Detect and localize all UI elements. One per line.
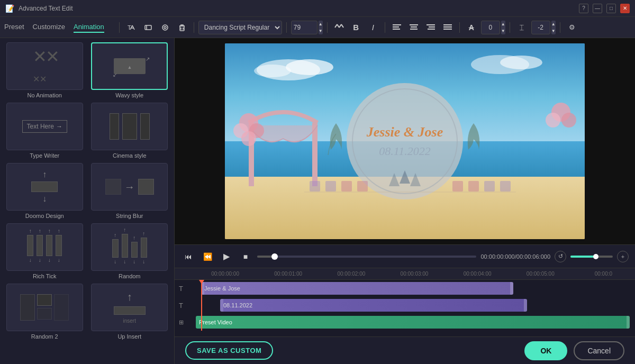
stop-button[interactable]: ■ — [238, 249, 253, 264]
line-height-input[interactable] — [531, 21, 550, 34]
anim-thumb-string-blur: → — [91, 163, 168, 211]
anim-thumb-no-animation: ✕ ✕✕ ✕ — [6, 42, 83, 90]
toolbar-separator-2 — [194, 22, 194, 33]
anim-item-type-writer[interactable]: Text Here→ Type Writer — [4, 103, 85, 159]
align-right-button[interactable] — [423, 20, 438, 35]
font-select[interactable]: Dancing Script Regular — [198, 21, 282, 34]
toolbar-separator-6 — [459, 22, 460, 33]
stroke-button[interactable] — [332, 20, 347, 35]
line-height-down[interactable]: ▼ — [551, 28, 556, 34]
ruler-mark-3: 00:00:03:00 — [383, 271, 446, 277]
svg-rect-1 — [145, 25, 151, 30]
anim-item-no-animation[interactable]: ✕ ✕✕ ✕ No Animation — [4, 42, 85, 98]
text-style-button[interactable] — [158, 20, 173, 35]
close-button[interactable]: ✕ — [620, 4, 630, 13]
kerning-down[interactable]: ▼ — [501, 28, 505, 34]
tab-customize[interactable]: Customize — [33, 22, 65, 33]
anim-thumb-random-2 — [6, 284, 83, 331]
svg-rect-14 — [393, 29, 400, 30]
timeline-ruler: 00:00:00:00 00:00:01:00 00:00:02:00 00:0… — [175, 268, 635, 280]
anim-item-wavy-style[interactable]: ▲ ↗ ↙ Wavy style — [89, 42, 170, 98]
timeline-clip-video[interactable]: Preset Video — [196, 316, 630, 329]
animation-panel: ✕ ✕✕ ✕ No Animation ▲ ↗ ↙ Wavy style — [0, 38, 175, 364]
anim-item-string-blur[interactable]: → String Blur — [89, 163, 170, 219]
anim-item-rich-tick[interactable]: ↑ ↓ ↑ ↓ ↑ ↓ — [4, 223, 85, 279]
align-justify-button[interactable] — [440, 20, 455, 35]
font-size-down[interactable]: ▼ — [319, 28, 323, 34]
help-button[interactable]: ? — [579, 4, 588, 13]
clip-handle-right-video[interactable] — [627, 316, 630, 329]
svg-rect-23 — [443, 29, 452, 30]
save-as-custom-button[interactable]: SAVE AS CUSTOM — [185, 341, 273, 360]
toolbar-separator-8 — [560, 22, 560, 33]
tab-preset[interactable]: Preset — [4, 22, 24, 33]
svg-rect-16 — [411, 26, 417, 28]
svg-rect-45 — [304, 192, 516, 193]
loop-button[interactable]: ↺ — [555, 251, 566, 262]
svg-rect-19 — [429, 26, 435, 28]
cancel-button[interactable]: Cancel — [574, 341, 624, 360]
progress-knob[interactable] — [271, 253, 278, 260]
font-size-up[interactable]: ▲ — [319, 21, 323, 28]
progress-bar[interactable] — [257, 256, 476, 258]
text-box-button[interactable] — [141, 20, 156, 35]
toolbar-separator-5 — [385, 22, 385, 33]
text-transform-button[interactable]: T — [124, 20, 139, 35]
text-decoration-button[interactable]: A — [464, 20, 479, 35]
anim-item-random[interactable]: ↑ ↓ ↑ ↓ ↑ ↓ — [89, 223, 170, 279]
svg-rect-5 — [180, 26, 184, 31]
svg-point-30 — [254, 65, 291, 77]
skip-back-button[interactable]: ⏮ — [181, 249, 196, 264]
anim-thumb-cinema-style — [91, 103, 168, 150]
svg-point-29 — [286, 59, 333, 75]
timeline-clip-date[interactable]: 08.11.2022 — [220, 299, 527, 312]
delete-button[interactable] — [175, 20, 189, 35]
clip-handle-right-1[interactable] — [510, 282, 513, 295]
font-size-input[interactable] — [291, 21, 318, 34]
line-height-button[interactable]: ⌶ — [514, 20, 529, 35]
ok-button[interactable]: OK — [524, 341, 567, 360]
playhead — [201, 280, 202, 331]
anim-item-random-2[interactable]: Random 2 — [4, 284, 85, 340]
volume-slider[interactable] — [570, 256, 613, 258]
anim-item-up-insert[interactable]: ↑ insert Up Insert — [89, 284, 170, 340]
svg-rect-12 — [393, 24, 401, 25]
add-clip-button[interactable]: + — [617, 251, 629, 262]
maximize-button[interactable]: □ — [606, 4, 616, 13]
step-back-button[interactable]: ⏪ — [200, 249, 215, 264]
bold-button[interactable]: B — [349, 20, 364, 35]
kerning-up[interactable]: ▲ — [501, 21, 505, 28]
align-center-button[interactable] — [406, 20, 421, 35]
svg-rect-52 — [484, 181, 495, 192]
svg-text:↙: ↙ — [113, 72, 117, 78]
bottom-right-buttons: OK Cancel — [524, 341, 624, 360]
more-options-button[interactable]: ⚙ — [565, 20, 579, 35]
svg-point-32 — [500, 56, 542, 69]
anim-item-cinema-style[interactable]: Cinema style — [89, 103, 170, 159]
video-track-icon: ⊞ — [179, 319, 184, 326]
svg-text:↗: ↗ — [146, 56, 150, 62]
italic-button[interactable]: I — [366, 20, 380, 35]
toolbar-separator-4 — [327, 22, 328, 33]
animation-grid: ✕ ✕✕ ✕ No Animation ▲ ↗ ↙ Wavy style — [4, 42, 170, 340]
line-height-up[interactable]: ▲ — [551, 21, 556, 28]
text-track-icon-1: T — [179, 285, 183, 293]
kerning-input[interactable] — [481, 21, 500, 34]
clip-handle-left-2[interactable] — [220, 299, 223, 312]
tab-animation[interactable]: Animation — [74, 22, 104, 33]
window-controls: ? — □ ✕ — [579, 4, 630, 13]
timeline-clip-jessie[interactable]: Jessie & Jose — [201, 282, 513, 295]
ruler-marks: 00:00:00:00 00:00:01:00 00:00:02:00 00:0… — [194, 271, 635, 277]
align-left-button[interactable] — [389, 20, 404, 35]
anim-thumb-wavy-style: ▲ ↗ ↙ — [91, 42, 168, 90]
anim-item-doomo-design[interactable]: ↑ ↓ Doomo Design — [4, 163, 85, 219]
svg-rect-47 — [325, 181, 336, 192]
toolbar-separator-1 — [119, 22, 120, 33]
minimize-button[interactable]: — — [593, 4, 602, 13]
timeline-track-1: T Jessie & Jose — [194, 280, 635, 297]
clip-handle-right-2[interactable] — [524, 299, 527, 312]
svg-rect-46 — [310, 181, 320, 192]
play-button[interactable]: ▶ — [219, 249, 234, 264]
anim-thumb-type-writer: Text Here→ — [6, 103, 83, 150]
anim-label-rich-tick: Rich Tick — [33, 273, 57, 279]
